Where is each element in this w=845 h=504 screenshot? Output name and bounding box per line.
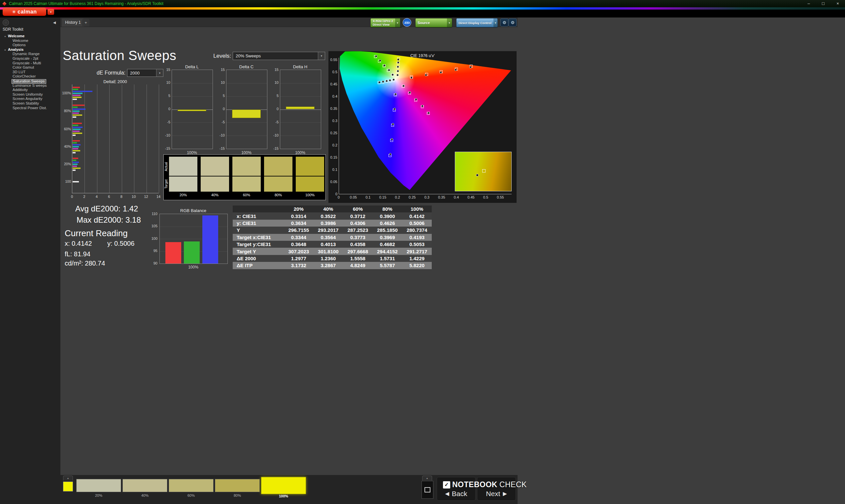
value-cell: 0.4358: [343, 241, 373, 247]
close-button[interactable]: ×: [830, 0, 845, 7]
sidebar-item-saturation-sweeps[interactable]: Saturation Sweeps: [0, 79, 60, 84]
row-label-cell: ΔE 2000: [233, 256, 284, 261]
x-tick-label: 0.15: [378, 195, 388, 199]
gridline: [172, 83, 213, 84]
delta-c-chart: Delta C 100% 151050-5-10-15: [217, 64, 267, 154]
value-cell: 3.2867: [314, 263, 343, 268]
x-tick-label: 0.1: [363, 195, 373, 199]
sidebar-item-spectral-power-dist[interactable]: Spectral Power Dist.: [0, 106, 60, 110]
settings-gear-button[interactable]: ⚙: [500, 18, 508, 26]
table-row: y: CIE310.36340.39860.43060.46260.5006: [233, 220, 432, 227]
sidebar-item-grayscale-2pt[interactable]: Grayscale - 2pt: [0, 56, 60, 61]
chart-plot: [72, 85, 159, 193]
chart-title: DeltaE 2000: [72, 79, 158, 84]
workflow-settings-button[interactable]: ⚙: [509, 18, 516, 26]
table-header-cell: 20%: [284, 206, 314, 212]
avg-de2000: Avg dE2000: 1.42: [75, 204, 138, 213]
pattern-collapse-button[interactable]: ▲: [63, 475, 73, 481]
table-header-cell: 40%: [314, 206, 343, 212]
source-dropdown[interactable]: Source ▼: [415, 18, 452, 28]
notebookcheck-watermark: ✓ NOTEBOOK CHECK: [443, 480, 527, 489]
display-control-dropdown[interactable]: Direct Display Control ▼: [456, 18, 498, 28]
level-patch-100[interactable]: 100%: [261, 477, 306, 498]
current-color-chip: [63, 482, 73, 491]
sidebar-item-screen-angularity[interactable]: Screen Angularity: [0, 97, 60, 101]
value-cell: 0.4142: [402, 213, 432, 219]
sidebar-item-grayscale-multi[interactable]: Grayscale - Multi: [0, 61, 60, 66]
y-tick-label: 0.55: [329, 58, 337, 62]
deltae2000-chart: DeltaE 2000 02468101214100%80%60%40%20%1…: [64, 79, 165, 202]
level-patches: 20%40%60%80%100%: [76, 477, 314, 500]
chart-plot: [280, 70, 321, 149]
calman-logo[interactable]: ✳ calman: [3, 7, 46, 16]
minimize-button[interactable]: –: [802, 0, 816, 7]
patch-color: [169, 479, 214, 492]
de-bar: [73, 97, 82, 98]
pattern-tools-collapse-button[interactable]: ▲: [422, 475, 432, 481]
table-header-cell: 60%: [343, 206, 373, 212]
bottom-bar: ▲ 20%40%60%80%100% ▲ ◀ Back Next ▶: [60, 475, 517, 504]
sidebar-item-options[interactable]: Options: [0, 43, 60, 48]
target-row-label: Target: [164, 177, 168, 192]
y-tick-label: 0.3: [329, 119, 337, 123]
table-row: Target x:CIE310.33440.35640.37730.39690.…: [233, 234, 432, 241]
swatch-column-80: 80%: [264, 155, 293, 200]
x-tick-label: 2: [80, 195, 88, 199]
add-tab-button[interactable]: +: [82, 19, 89, 26]
value-cell: 0.4682: [373, 241, 402, 247]
gear-icon: ⚙: [503, 20, 506, 25]
de-bar: [73, 140, 80, 142]
cie-measured-point: [393, 108, 396, 110]
de-bar: [73, 127, 83, 128]
logo-menu-button[interactable]: ▼: [48, 9, 54, 15]
sidebar-item-screen-uniformity[interactable]: Screen Uniformity: [0, 92, 60, 97]
chart-title: RGB Balance: [159, 208, 227, 213]
sidebar-group-analysis[interactable]: ▲Analysis: [0, 48, 60, 52]
sidebar-title: SDR Toolkit: [3, 27, 23, 32]
x-tick-label: 6: [105, 195, 113, 199]
sidebar-item-welcome[interactable]: Welcome: [0, 39, 60, 43]
delta-bar: [178, 109, 206, 111]
sidebar-item-color-gamut[interactable]: Color Gamut: [0, 65, 60, 70]
source-dropdown-text: Source: [416, 18, 447, 27]
sidebar-item-screen-stability[interactable]: Screen Stability: [0, 101, 60, 106]
sidebar-item-3d-lut[interactable]: 3D LUT: [0, 70, 60, 74]
gridline: [280, 83, 321, 84]
sidebar-item-luminance-s-weeps[interactable]: Luminance S weeps: [0, 84, 60, 88]
sidebar-menu-button[interactable]: [3, 19, 9, 26]
value-cell: 1.4229: [402, 256, 432, 261]
de-bar: [73, 132, 82, 134]
de-formula-select[interactable]: 2000 ▼: [127, 69, 163, 77]
swatch-level-label: 20%: [169, 193, 197, 197]
meter-dropdown[interactable]: X-Rite i1Pro 2 Direct View ▼: [370, 18, 402, 28]
de-bar: [73, 152, 75, 154]
pattern-window-button[interactable]: [422, 481, 434, 499]
current-x: x: 0.4142: [65, 240, 92, 247]
sidebar-group-welcome[interactable]: ▲Welcome: [0, 34, 60, 39]
levels-select[interactable]: 20% Sweeps ▼: [233, 52, 325, 60]
level-patch-80[interactable]: 80%: [215, 477, 260, 498]
rgb-bar-green: [184, 241, 200, 264]
value-cell: 294.4152: [373, 249, 402, 254]
level-patch-40[interactable]: 40%: [122, 477, 168, 498]
row-label-cell: Target x:CIE31: [233, 235, 284, 240]
value-cell: 285.1850: [373, 227, 402, 233]
de-bar: [73, 109, 86, 110]
sidebar-item-additivity[interactable]: Additivity: [0, 88, 60, 92]
swatch-column-40: 40%: [201, 155, 229, 200]
x-tick-label: 0.25: [407, 195, 417, 199]
value-cell: 0.3314: [284, 213, 314, 219]
gridline: [172, 96, 213, 97]
sidebar-collapse-button[interactable]: ◀: [52, 19, 57, 25]
gridline: [97, 85, 98, 193]
meter-mode: Direct View: [373, 23, 393, 26]
level-patch-60[interactable]: 60%: [169, 477, 214, 498]
calman-star-icon: ✳: [12, 10, 16, 14]
sidebar-item-dynamic-range[interactable]: Dynamic Range: [0, 52, 60, 56]
value-cell: 0.3522: [314, 213, 343, 219]
sidebar-item-colorchecker[interactable]: ColorChecker: [0, 74, 60, 79]
level-patch-20[interactable]: 20%: [76, 477, 121, 498]
tab-history[interactable]: History 1: [62, 18, 84, 27]
swatch-level-label: 100%: [296, 193, 324, 197]
maximize-button[interactable]: □: [816, 0, 830, 7]
